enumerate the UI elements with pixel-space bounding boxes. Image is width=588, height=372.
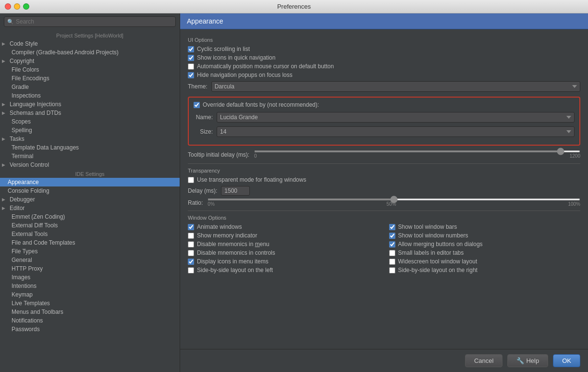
tooltip-slider-container: 0 1200 [254,150,580,159]
sidebar-item-template-data[interactable]: Template Data Languages [0,143,180,152]
sidebar-item-http-proxy[interactable]: HTTP Proxy [0,264,180,273]
ratio-slider[interactable] [208,198,580,200]
name-select[interactable]: Lucida Grande Arial Helvetica Courier Ne… [217,112,575,123]
ratio-max: 100% [568,201,580,207]
sidebar-item-terminal[interactable]: Terminal [0,152,180,161]
help-button[interactable]: 🔧 Help [507,354,548,367]
show-icons-label: Show icons in quick navigation [197,54,275,61]
transparent-mode-label: Use transparent mode for floating window… [197,176,306,183]
right-panel: Appearance UI Options Cyclic scrolling i… [180,13,588,372]
theme-label: Theme: [188,83,208,90]
sidebar-item-editor[interactable]: ▶Editor [0,204,180,212]
size-label: Size: [194,128,213,135]
expand-arrow: ▶ [2,59,8,63]
sidebar-item-general[interactable]: General [0,256,180,264]
theme-select[interactable]: Darcula Default IntelliJ [211,81,580,92]
cancel-button[interactable]: Cancel [465,354,502,367]
sidebar-item-console-folding[interactable]: Console Folding [0,186,180,195]
sidebar-item-gradle[interactable]: Gradle [0,83,180,91]
transparent-mode-row: Use transparent mode for floating window… [188,176,580,183]
sidebar-item-language-injections[interactable]: ▶Language Injections [0,100,180,109]
override-fonts-box: Override default fonts by (not recommend… [188,97,580,146]
window-options-label: Window Options [188,215,580,221]
sidebar-item-spelling[interactable]: Spelling [0,126,180,135]
sidebar-item-menus-toolbars[interactable]: Menus and Toolbars [0,308,180,316]
minimize-button[interactable] [14,3,20,10]
widescreen-checkbox[interactable] [389,259,395,265]
divider2 [188,211,580,211]
small-labels-checkbox[interactable] [389,250,395,256]
side-by-side-left-checkbox[interactable] [188,267,194,273]
allow-merging-label: Allow merging buttons on dialogs [398,241,483,248]
bottom-bar: Cancel 🔧 Help OK [180,349,588,372]
sidebar-item-intentions[interactable]: Intentions [0,282,180,290]
expand-arrow: ▶ [2,162,8,167]
sidebar-item-passwords[interactable]: Passwords [0,325,180,334]
allow-merging-checkbox[interactable] [389,241,395,248]
tooltip-max: 1200 [570,153,580,159]
sidebar-item-version-control[interactable]: ▶Version Control [0,161,180,169]
transparent-mode-checkbox[interactable] [188,177,194,183]
window-options-grid: Animate windows Show memory indicator Di… [188,223,580,275]
animate-windows-row: Animate windows [188,223,380,230]
animate-windows-checkbox[interactable] [188,224,194,230]
search-input[interactable] [4,16,176,27]
show-memory-row: Show memory indicator [188,232,380,239]
expand-arrow: ▶ [2,206,8,211]
sidebar-item-external-tools[interactable]: External Tools [0,230,180,238]
show-memory-checkbox[interactable] [188,233,194,239]
delay-input[interactable] [221,186,250,196]
help-icon: 🔧 [516,357,524,364]
override-fonts-checkbox[interactable] [194,102,200,108]
show-tool-numbers-checkbox[interactable] [389,233,395,239]
help-label: Help [526,357,539,364]
sidebar-item-inspections[interactable]: Inspections [0,91,180,100]
project-settings-header: Project Settings [HelloWorld] [0,31,180,39]
window-title: Preferences [277,3,311,10]
auto-position-checkbox[interactable] [188,63,194,70]
sidebar-item-file-code-templates[interactable]: File and Code Templates [0,238,180,247]
sidebar-item-compiler[interactable]: Compiler (Gradle-based Android Projects) [0,48,180,57]
small-labels-row: Small labels in editor tabs [389,249,581,256]
ok-button[interactable]: OK [553,354,580,367]
tooltip-delay-slider[interactable] [254,150,580,152]
disable-mnemonics-menu-row: Disable mnemonics in menu [188,241,380,248]
divider [188,163,580,164]
cyclic-scrolling-checkbox[interactable] [188,46,194,52]
sidebar-item-keymap[interactable]: Keymap [0,290,180,299]
sidebar-item-copyright[interactable]: ▶Copyright [0,57,180,65]
search-icon: 🔍 [7,19,14,25]
expand-arrow: ▶ [2,111,8,115]
disable-mnemonics-menu-checkbox[interactable] [188,241,194,248]
sidebar-item-debugger[interactable]: ▶Debugger [0,195,180,204]
sidebar-item-code-style[interactable]: ▶Code Style [0,39,180,48]
sidebar-item-scopes[interactable]: Scopes [0,117,180,126]
disable-mnemonics-controls-checkbox[interactable] [188,250,194,256]
window-options-right: Show tool window bars Show tool window n… [389,223,581,275]
sidebar-item-appearance[interactable]: Appearance [0,178,180,186]
widescreen-label: Widescreen tool window layout [398,258,478,265]
side-by-side-right-checkbox[interactable] [389,267,395,273]
maximize-button[interactable] [23,3,29,10]
close-button[interactable] [5,3,11,10]
show-icons-checkbox[interactable] [188,55,194,61]
hide-nav-popups-checkbox[interactable] [188,72,194,78]
sidebar-item-emmet[interactable]: Emmet (Zen Coding) [0,212,180,221]
sidebar-item-notifications[interactable]: Notifications [0,316,180,325]
display-icons-checkbox[interactable] [188,259,194,265]
sidebar-item-file-encodings[interactable]: File Encodings [0,74,180,83]
sidebar-item-tasks[interactable]: ▶Tasks [0,135,180,143]
sidebar-item-file-colors[interactable]: File Colors [0,65,180,74]
sidebar-item-file-types[interactable]: File Types [0,247,180,256]
show-tool-bars-checkbox[interactable] [389,224,395,230]
ide-settings-header: IDE Settings [0,169,180,178]
show-tool-numbers-label: Show tool window numbers [398,232,468,239]
size-select[interactable]: 10111213 141618 [217,126,575,137]
expand-arrow: ▶ [2,136,8,141]
sidebar-tree: Project Settings [HelloWorld] ▶Code Styl… [0,30,180,372]
sidebar-item-schemas[interactable]: ▶Schemas and DTDs [0,109,180,117]
sidebar-item-external-diff[interactable]: External Diff Tools [0,221,180,230]
ui-options-label: UI Options [188,37,580,43]
sidebar-item-images[interactable]: Images [0,273,180,282]
sidebar-item-live-templates[interactable]: Live Templates [0,299,180,308]
